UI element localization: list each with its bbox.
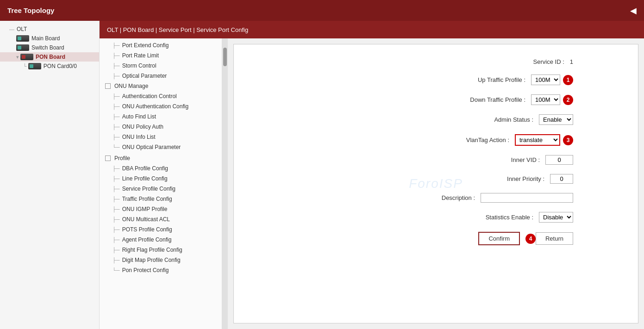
collapse-icon[interactable]: ◀ bbox=[630, 6, 637, 16]
nav-item-service-profile[interactable]: Service Profile Config bbox=[100, 184, 222, 194]
nav-item-dba[interactable]: DBA Profile Config bbox=[100, 163, 222, 174]
vlantag-select[interactable]: translate add remove transparent bbox=[515, 134, 560, 146]
inner-priority-input[interactable] bbox=[550, 174, 573, 184]
up-traffic-label: Up Traffic Profile : bbox=[451, 76, 525, 83]
sidebar-tree: — OLT Main Board Switch Board ▾ PON Boar… bbox=[0, 21, 99, 74]
down-traffic-label: Down Traffic Profile : bbox=[451, 96, 525, 103]
form-row-up-traffic: Up Traffic Profile : 100M 200M 500M 1G 1 bbox=[252, 74, 619, 85]
profile-label: Profile bbox=[114, 155, 130, 161]
nav-item-line-profile[interactable]: Line Profile Config bbox=[100, 174, 222, 184]
device-icon-ponboard bbox=[20, 54, 33, 60]
stats-enable-label: Statistics Enable : bbox=[459, 214, 533, 221]
nav-item-port-extend[interactable]: Port Extend Config bbox=[100, 40, 222, 50]
device-icon-mainboard bbox=[16, 35, 29, 42]
main-layout: — OLT Main Board Switch Board ▾ PON Boar… bbox=[0, 21, 644, 329]
service-id-value: 1 bbox=[570, 58, 573, 65]
sidebar-item-olt[interactable]: — OLT bbox=[0, 25, 99, 34]
nav-section-profile: Profile DBA Profile Config Line Profile … bbox=[100, 153, 222, 275]
nav-scrollbar-thumb bbox=[223, 48, 227, 66]
description-label: Description : bbox=[401, 194, 475, 201]
profile-checkbox[interactable] bbox=[105, 155, 111, 161]
form-area: ForoISP Service ID : 1 Up Traffic Profil… bbox=[233, 44, 638, 323]
app-title: Tree Topology bbox=[7, 6, 54, 14]
nav-item-pon-protect[interactable]: Pon Protect Config bbox=[100, 265, 222, 275]
sidebar-item-mainboard[interactable]: Main Board bbox=[0, 34, 99, 43]
nav-item-multicast[interactable]: ONU Multicast ACL bbox=[100, 214, 222, 224]
service-id-label: Service ID : bbox=[490, 58, 564, 65]
sidebar-label-poncard: PON Card0/0 bbox=[44, 63, 77, 69]
nav-item-optical[interactable]: Optical Parameter bbox=[100, 71, 222, 81]
nav-item-auth-control[interactable]: Authentication Control bbox=[100, 91, 222, 101]
stats-enable-select[interactable]: Disable Enable bbox=[539, 212, 573, 223]
nav-item-igmp[interactable]: ONU IGMP Profile bbox=[100, 204, 222, 214]
sidebar-item-ponboard[interactable]: ▾ PON Board bbox=[0, 52, 99, 62]
form-content: Service ID : 1 Up Traffic Profile : 100M… bbox=[234, 44, 638, 268]
nav-menu: Port Extend Config Port Rate Limit Storm… bbox=[100, 38, 222, 329]
form-row-admin-status: Admin Status : Enable Disable bbox=[252, 114, 619, 125]
form-row-down-traffic: Down Traffic Profile : 100M 200M 500M 1G… bbox=[252, 94, 619, 105]
nav-item-traffic-profile[interactable]: Traffic Profile Config bbox=[100, 194, 222, 204]
confirm-button[interactable]: Confirm bbox=[478, 232, 520, 245]
breadcrumb: OLT | PON Board | Service Port | Service… bbox=[107, 26, 248, 33]
content-area: Port Extend Config Port Rate Limit Storm… bbox=[100, 38, 644, 329]
step-badge-2: 2 bbox=[563, 95, 573, 105]
nav-item-auto-find[interactable]: Auto Find List bbox=[100, 112, 222, 122]
step-badge-3: 3 bbox=[563, 135, 573, 145]
inner-priority-label: Inner Priority : bbox=[470, 175, 544, 182]
app-header: Tree Topology ◀ bbox=[0, 0, 644, 21]
nav-item-onu-auth-config[interactable]: ONU Authentication Config bbox=[100, 101, 222, 112]
nav-item-onu-optical[interactable]: ONU Optical Parameter bbox=[100, 142, 222, 152]
down-traffic-select[interactable]: 100M 200M 500M 1G bbox=[531, 94, 560, 105]
nav-item-agent[interactable]: Agent Profile Config bbox=[100, 235, 222, 245]
nav-section-onu-manage: ONU Manage Authentication Control ONU Au… bbox=[100, 81, 222, 152]
sidebar-label-switchboard: Switch Board bbox=[31, 44, 64, 51]
sidebar-item-poncard[interactable]: └ PON Card0/0 bbox=[0, 62, 99, 71]
nav-item-pots[interactable]: POTS Profile Config bbox=[100, 224, 222, 235]
right-panel: OLT | PON Board | Service Port | Service… bbox=[100, 21, 644, 329]
nav-item-digit-map[interactable]: Digit Map Profile Config bbox=[100, 255, 222, 265]
nav-section-header-onu[interactable]: ONU Manage bbox=[100, 81, 222, 91]
breadcrumb-bar: OLT | PON Board | Service Port | Service… bbox=[100, 21, 644, 38]
nav-section-header-profile[interactable]: Profile bbox=[100, 153, 222, 163]
onu-manage-label: ONU Manage bbox=[114, 83, 148, 89]
sidebar-item-switchboard[interactable]: Switch Board bbox=[0, 43, 99, 52]
nav-item-storm[interactable]: Storm Control bbox=[100, 61, 222, 71]
nav-item-port-rate[interactable]: Port Rate Limit bbox=[100, 50, 222, 61]
vlantag-label: VlanTag Action : bbox=[435, 137, 509, 143]
step-badge-4: 4 bbox=[525, 234, 536, 244]
admin-status-select[interactable]: Enable Disable bbox=[539, 114, 573, 125]
onu-manage-checkbox[interactable] bbox=[105, 83, 111, 89]
nav-scrollbar[interactable] bbox=[222, 38, 228, 329]
inner-vid-label: Inner VID : bbox=[466, 156, 540, 163]
device-icon-poncard bbox=[28, 63, 41, 69]
form-row-inner-vid: Inner VID : bbox=[252, 155, 619, 165]
sidebar-label-olt: OLT bbox=[17, 26, 27, 32]
inner-vid-input[interactable] bbox=[545, 155, 573, 165]
form-row-buttons: Confirm 4 Return bbox=[252, 232, 619, 245]
form-row-service-id: Service ID : 1 bbox=[252, 58, 619, 65]
description-input[interactable] bbox=[481, 193, 573, 203]
return-button[interactable]: Return bbox=[536, 232, 573, 245]
form-row-stats: Statistics Enable : Disable Enable bbox=[252, 212, 619, 223]
step-badge-1: 1 bbox=[563, 75, 573, 85]
up-traffic-select[interactable]: 100M 200M 500M 1G bbox=[531, 74, 560, 85]
nav-item-onu-policy[interactable]: ONU Policy Auth bbox=[100, 122, 222, 132]
form-row-description: Description : bbox=[252, 193, 619, 203]
form-row-vlantag: VlanTag Action : translate add remove tr… bbox=[252, 134, 619, 146]
sidebar-label-ponboard: PON Board bbox=[36, 54, 65, 60]
device-icon-switchboard bbox=[16, 44, 29, 51]
sidebar: — OLT Main Board Switch Board ▾ PON Boar… bbox=[0, 21, 100, 329]
nav-item-onu-info[interactable]: ONU Info List bbox=[100, 132, 222, 142]
sidebar-label-mainboard: Main Board bbox=[31, 35, 60, 42]
nav-item-right-flag[interactable]: Right Flag Profile Config bbox=[100, 245, 222, 255]
admin-status-label: Admin Status : bbox=[459, 116, 533, 123]
form-row-inner-priority: Inner Priority : bbox=[252, 174, 619, 184]
